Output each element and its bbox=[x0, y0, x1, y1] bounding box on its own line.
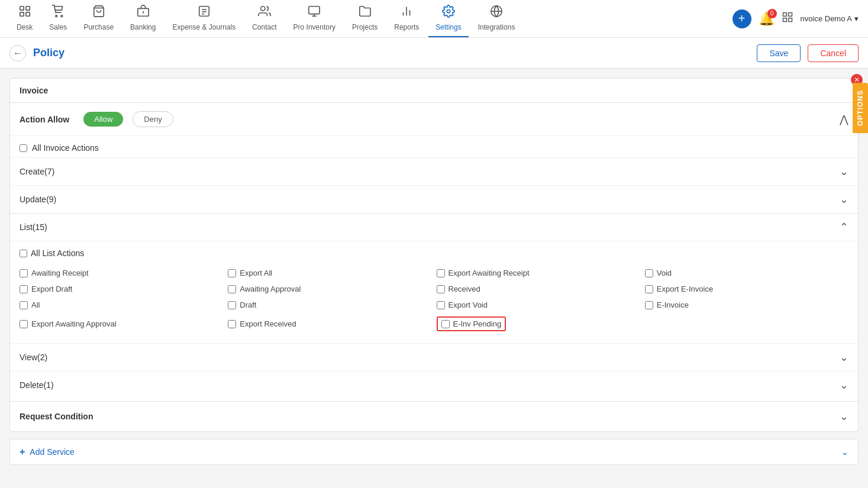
action-allow-label: Action Allow bbox=[20, 115, 69, 124]
list-section-row[interactable]: List(15) ⌃ bbox=[10, 213, 858, 241]
checkbox-received-input[interactable] bbox=[437, 285, 445, 293]
checkbox-draft: Draft bbox=[228, 300, 431, 309]
nav-label-settings: Settings bbox=[435, 23, 461, 31]
all-invoice-actions-checkbox[interactable] bbox=[20, 144, 27, 152]
pro-inventory-icon bbox=[308, 5, 321, 21]
svg-rect-14 bbox=[309, 7, 320, 14]
options-sidebar-label: OPTIONS bbox=[856, 90, 864, 126]
nav-item-reports[interactable]: Reports bbox=[387, 0, 426, 37]
sub-header: ← Policy Save Cancel bbox=[0, 38, 868, 69]
checkbox-void-input[interactable] bbox=[645, 269, 653, 277]
checkbox-export-draft-input[interactable] bbox=[20, 285, 28, 293]
checkbox-export-awaiting-receipt-label: Export Awaiting Receipt bbox=[448, 269, 530, 277]
save-button[interactable]: Save bbox=[757, 44, 801, 62]
all-list-actions-checkbox[interactable] bbox=[20, 250, 27, 257]
checkbox-e-inv-pending-input[interactable] bbox=[441, 320, 450, 328]
svg-rect-23 bbox=[783, 12, 786, 16]
checkbox-export-e-invoice-input[interactable] bbox=[645, 285, 653, 293]
checkbox-export-e-invoice: Export E-Invoice bbox=[645, 285, 848, 293]
nav-item-desk[interactable]: Desk bbox=[9, 0, 40, 37]
user-menu[interactable]: nvoice Demo A ▾ bbox=[801, 14, 859, 23]
checkbox-export-awaiting-approval-input[interactable] bbox=[20, 320, 28, 328]
nav-label-projects: Projects bbox=[352, 23, 377, 31]
banking-icon bbox=[137, 5, 150, 21]
grid-icon[interactable] bbox=[782, 11, 793, 27]
checkbox-awaiting-approval-input[interactable] bbox=[228, 285, 236, 293]
view-section-row[interactable]: View(2) ⌄ bbox=[10, 343, 858, 371]
svg-rect-1 bbox=[26, 7, 30, 10]
reports-icon bbox=[400, 5, 413, 21]
checkbox-export-void-input[interactable] bbox=[437, 301, 445, 309]
svg-rect-9 bbox=[199, 7, 209, 17]
create-toggle-button[interactable]: ⌄ bbox=[840, 165, 848, 178]
svg-point-5 bbox=[61, 15, 63, 17]
checkbox-export-awaiting-receipt-input[interactable] bbox=[437, 269, 445, 277]
request-condition-toggle-button[interactable]: ⌄ bbox=[840, 410, 848, 423]
projects-icon bbox=[359, 5, 372, 21]
svg-point-13 bbox=[260, 7, 264, 11]
nav-item-contact[interactable]: Contact bbox=[245, 0, 283, 37]
nav-label-sales: Sales bbox=[49, 23, 67, 31]
list-toggle-button[interactable]: ⌃ bbox=[840, 221, 848, 234]
checkbox-export-all-label: Export All bbox=[240, 269, 272, 277]
sales-icon bbox=[51, 5, 64, 21]
nav-item-sales[interactable]: Sales bbox=[42, 0, 74, 37]
checkbox-export-received-input[interactable] bbox=[228, 320, 236, 328]
options-sidebar[interactable]: OPTIONS bbox=[853, 83, 868, 133]
all-invoice-actions-row: All Invoice Actions bbox=[10, 136, 858, 157]
request-condition-row[interactable]: Request Condition ⌄ bbox=[10, 401, 858, 431]
nav-item-pro-inventory[interactable]: Pro Inventory bbox=[286, 0, 343, 37]
nav-item-projects[interactable]: Projects bbox=[345, 0, 385, 37]
purchase-icon bbox=[92, 5, 105, 21]
action-allow-collapse-button[interactable]: ⋀ bbox=[840, 113, 848, 126]
checkbox-draft-input[interactable] bbox=[228, 301, 236, 309]
update-toggle-button[interactable]: ⌄ bbox=[840, 193, 848, 206]
checkbox-export-awaiting-approval: Export Awaiting Approval bbox=[20, 316, 223, 331]
notification-bell[interactable]: 🔔 0 bbox=[759, 11, 775, 27]
checkbox-received-label: Received bbox=[448, 285, 480, 293]
update-section-row[interactable]: Update(9) ⌄ bbox=[10, 185, 858, 213]
add-service-plus-icon: + bbox=[20, 447, 25, 457]
deny-button[interactable]: Deny bbox=[133, 111, 173, 127]
svg-point-4 bbox=[56, 15, 57, 17]
request-condition-label: Request Condition bbox=[20, 412, 840, 421]
user-label: nvoice Demo A bbox=[801, 14, 852, 23]
checkbox-e-inv-pending: E-Inv Pending bbox=[437, 316, 640, 331]
nav-item-settings[interactable]: Settings bbox=[428, 0, 468, 37]
checkbox-export-e-invoice-label: Export E-Invoice bbox=[657, 285, 713, 293]
nav-label-banking: Banking bbox=[130, 23, 156, 31]
add-button[interactable]: + bbox=[733, 9, 751, 28]
add-service-card: + Add Service ⌄ bbox=[9, 439, 859, 465]
delete-toggle-button[interactable]: ⌄ bbox=[840, 379, 848, 392]
allow-button[interactable]: Allow bbox=[83, 112, 123, 127]
checkbox-export-received: Export Received bbox=[228, 316, 431, 331]
delete-section-row[interactable]: Delete(1) ⌄ bbox=[10, 371, 858, 399]
checkbox-all-input[interactable] bbox=[20, 301, 28, 309]
svg-rect-24 bbox=[788, 12, 792, 16]
checkbox-export-awaiting-approval-label: Export Awaiting Approval bbox=[31, 319, 117, 328]
nav-item-banking[interactable]: Banking bbox=[123, 0, 163, 37]
nav-label-purchase: Purchase bbox=[83, 23, 114, 31]
view-toggle-button[interactable]: ⌄ bbox=[840, 351, 848, 364]
invoice-section-title: Invoice bbox=[10, 79, 858, 103]
create-section-row[interactable]: Create(7) ⌄ bbox=[10, 157, 858, 185]
create-section-label: Create(7) bbox=[20, 167, 840, 176]
checkbox-e-invoice-input[interactable] bbox=[645, 301, 653, 309]
cancel-button[interactable]: Cancel bbox=[808, 44, 859, 62]
nav-item-expense[interactable]: Expense & Journals bbox=[165, 0, 243, 37]
checkbox-export-all-input[interactable] bbox=[228, 269, 236, 277]
update-section-label: Update(9) bbox=[20, 195, 840, 204]
checkbox-export-draft-label: Export Draft bbox=[31, 285, 72, 293]
checkbox-all-label: All bbox=[31, 300, 40, 309]
checkbox-awaiting-receipt-input[interactable] bbox=[20, 269, 28, 277]
svg-rect-2 bbox=[20, 12, 23, 16]
list-section-expanded: All List Actions Awaiting Receipt Export… bbox=[10, 241, 858, 343]
add-service-row[interactable]: + Add Service ⌄ bbox=[10, 439, 858, 464]
checkbox-e-inv-pending-label: E-Inv Pending bbox=[453, 319, 502, 328]
nav-label-expense: Expense & Journals bbox=[172, 23, 235, 31]
back-button[interactable]: ← bbox=[9, 45, 26, 62]
nav-item-purchase[interactable]: Purchase bbox=[76, 0, 121, 37]
svg-rect-25 bbox=[783, 18, 786, 21]
nav-item-integrations[interactable]: Integrations bbox=[471, 0, 522, 37]
e-inv-pending-highlighted: E-Inv Pending bbox=[437, 316, 506, 331]
